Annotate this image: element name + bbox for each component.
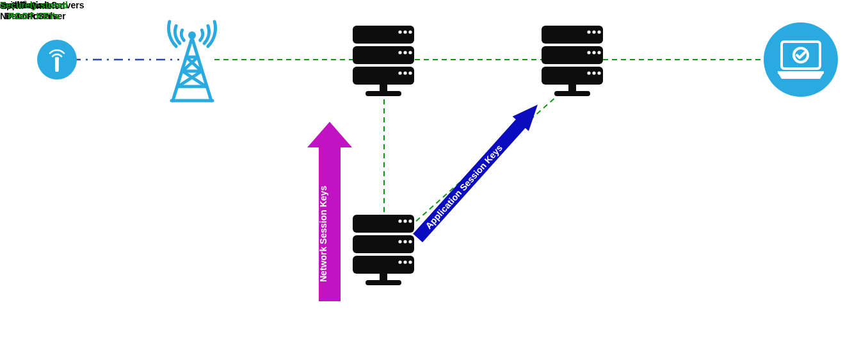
join-server-icon [353,215,417,288]
join-server-rootkeys-note: Securely-stored ROOT KEYs [0,0,68,22]
network-server-icon [353,26,417,99]
network-session-keys-arrow: Network Session Keys [307,122,352,301]
application-session-keys-arrow: Application Session Keys [403,83,595,276]
svg-marker-0 [307,122,352,301]
end-device-icon [37,40,77,79]
application-servers-icon [542,26,606,99]
svg-point-30 [764,22,838,97]
dashboards-icon [764,22,838,97]
application-session-keys-label: Application Session Keys [423,142,504,231]
network-session-keys-label: Network Session Keys [318,186,328,282]
svg-rect-4 [55,59,59,72]
gateway-icon [154,15,230,104]
